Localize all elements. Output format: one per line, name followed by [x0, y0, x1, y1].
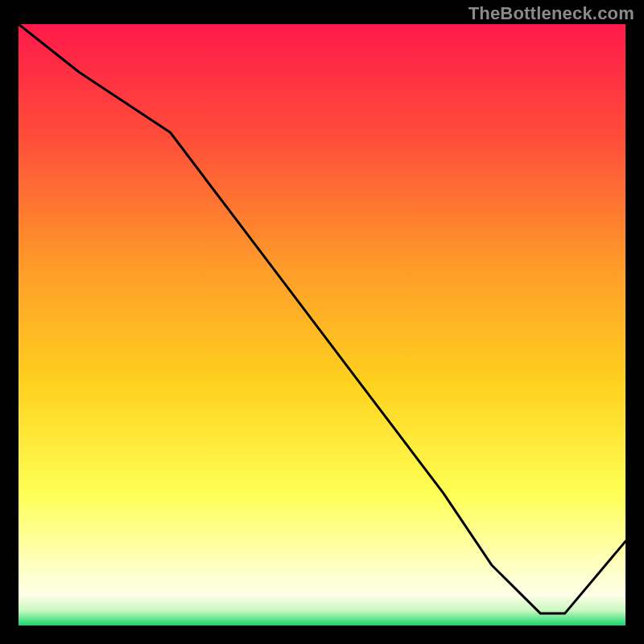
watermark-text: TheBottleneck.com — [469, 3, 634, 24]
chart-svg — [19, 24, 625, 625]
chart-frame: TheBottleneck.com — [0, 0, 644, 644]
gradient-background — [19, 24, 625, 625]
plot-area — [19, 24, 625, 625]
